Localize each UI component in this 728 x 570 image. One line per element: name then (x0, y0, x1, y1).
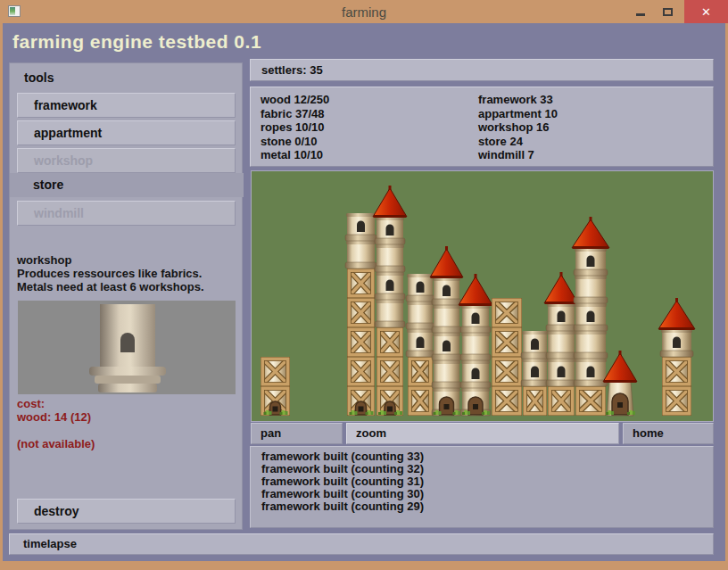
pan-button[interactable]: pan (251, 423, 343, 444)
maximize-icon (663, 8, 673, 16)
resource-item: stone 0/10 (261, 135, 329, 149)
client-area: farming engine testbed 0.1 tools framewo… (3, 23, 725, 561)
building-count-list: framework 33 appartment 10 workshop 16 s… (478, 93, 558, 162)
close-button[interactable]: ✕ (684, 0, 728, 23)
resource-item: ropes 10/10 (261, 120, 329, 135)
cost-info: cost: wood: 14 (12) (not available) (17, 397, 95, 450)
building-count-item: workshop 16 (478, 120, 558, 135)
event-log: framework built (counting 33) framework … (250, 446, 714, 528)
maximize-button[interactable] (656, 0, 679, 23)
log-line: framework built (counting 32) (261, 463, 713, 475)
settlers-bar: settlers: 35 (250, 59, 714, 81)
scene-buildings (252, 171, 713, 421)
game-viewport[interactable] (251, 170, 714, 422)
app-window: farming ✕ farming engine testbed 0.1 too… (0, 0, 728, 570)
building-count-item: windmill 7 (478, 148, 558, 162)
preview-image (18, 301, 236, 394)
tools-label: tools (24, 70, 54, 85)
selection-description-line: Produces ressources like fabrics. (17, 267, 204, 280)
resource-item: metal 10/10 (261, 148, 329, 162)
window-title: farming (0, 4, 728, 20)
resource-item: fabric 37/48 (261, 107, 329, 121)
tool-button-appartment[interactable]: appartment (17, 120, 236, 145)
resource-list: wood 12/250 fabric 37/48 ropes 10/10 sto… (261, 93, 329, 162)
home-button[interactable]: home (623, 423, 714, 444)
titlebar[interactable]: farming ✕ (0, 0, 728, 23)
log-line: framework built (counting 30) (261, 488, 713, 500)
zoom-button[interactable]: zoom (346, 423, 619, 444)
timelapse-button[interactable]: timelapse (9, 533, 714, 555)
tools-panel: tools framework appartment workshop stor… (9, 62, 243, 530)
tool-button-store[interactable]: store (10, 173, 244, 197)
workshop-preview-graphic (18, 301, 236, 394)
settlers-count: settlers: 35 (261, 63, 323, 77)
log-line: framework built (counting 33) (261, 450, 713, 463)
selection-name: workshop (17, 253, 204, 267)
tool-button-windmill[interactable]: windmill (17, 201, 236, 226)
destroy-button[interactable]: destroy (17, 499, 236, 524)
selection-description: workshop Produces ressources like fabric… (17, 253, 204, 293)
tool-button-workshop[interactable]: workshop (17, 148, 236, 173)
minimize-icon (636, 13, 645, 16)
tool-button-framework[interactable]: framework (17, 93, 236, 118)
cost-label: cost: (17, 397, 95, 410)
building-count-item: appartment 10 (478, 107, 558, 121)
availability-label: (not available) (17, 437, 95, 450)
log-line: framework built (counting 31) (261, 475, 713, 488)
close-icon: ✕ (701, 5, 711, 19)
minimize-button[interactable] (629, 0, 652, 23)
selection-description-line: Metals need at least 6 workshops. (17, 280, 204, 293)
resources-panel: wood 12/250 fabric 37/48 ropes 10/10 sto… (250, 87, 714, 167)
log-line: framework built (counting 29) (261, 500, 713, 513)
building-count-item: framework 33 (478, 93, 558, 107)
cost-value: wood: 14 (12) (17, 410, 95, 424)
window-controls: ✕ (629, 0, 728, 23)
resource-item: wood 12/250 (261, 93, 329, 107)
building-count-item: store 24 (478, 135, 558, 149)
page-title: farming engine testbed 0.1 (12, 31, 261, 53)
